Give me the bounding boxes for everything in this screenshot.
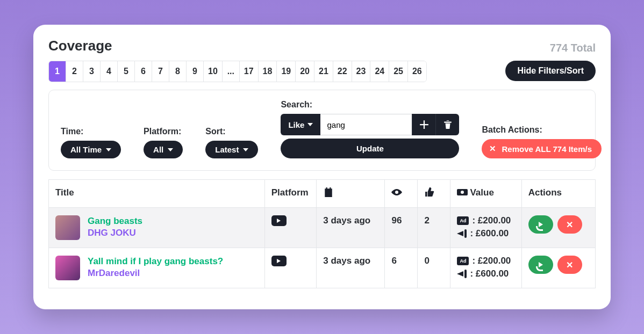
batch-actions-label: Batch Actions: [482,125,602,135]
ad-value: : £200.00 [472,256,511,266]
close-icon: ✕ [489,144,496,154]
column-header-title[interactable]: Title [49,180,265,208]
video-title-link[interactable]: Gang beasts [88,215,142,227]
remove-button[interactable]: ✕ [557,215,582,234]
page-6[interactable]: 6 [135,61,152,82]
column-header-date[interactable] [317,180,385,208]
plus-icon [419,120,430,129]
chevron-down-icon [106,148,111,151]
platform-filter-label: Platform: [144,127,183,136]
channel-link[interactable]: DHG JOKU [88,227,142,239]
column-header-likes[interactable] [418,180,450,208]
views-value: 6 [391,256,396,266]
column-header-actions: Actions [521,180,595,208]
page-9[interactable]: 9 [187,61,204,82]
close-icon: ✕ [566,260,573,270]
close-icon: ✕ [566,220,573,230]
sort-filter-label: Sort: [205,127,258,136]
promo-value: : £600.00 [470,268,509,279]
share-icon [539,262,543,267]
table-row: Gang beasts DHG JOKU 3 days ago 96 2 Ad:… [49,208,596,248]
ad-value: : £200.00 [472,215,511,226]
column-header-value[interactable]: Value [450,180,521,208]
thumbs-up-icon [424,187,435,197]
column-header-platform[interactable]: Platform [264,180,317,208]
pagination: 12345678910...17181920212223242526 [48,61,427,82]
total-count: 774 Total [550,42,596,54]
search-mode-value: Like [288,120,304,129]
page-...: ... [223,61,240,82]
search-input[interactable] [320,114,412,135]
page-17[interactable]: 17 [240,61,259,82]
views-value: 96 [391,215,402,226]
hide-filters-button[interactable]: Hide Filters/Sort [505,61,596,81]
page-7[interactable]: 7 [152,61,169,82]
filters-panel: Time: All Time Platform: All Sort: Lates… [48,90,596,171]
page-8[interactable]: 8 [169,61,187,82]
page-23[interactable]: 23 [352,61,371,82]
table-row: Yall mind if I play gang beasts? MrDared… [49,248,596,288]
remove-all-button[interactable]: ✕ Remove ALL 774 Item/s [482,139,602,158]
date-value: 3 days ago [323,256,370,266]
page-4[interactable]: 4 [101,61,118,82]
svg-point-1 [461,191,464,194]
page-2[interactable]: 2 [66,61,83,82]
time-filter-dropdown[interactable]: All Time [61,141,121,158]
search-mode-dropdown[interactable]: Like [281,114,320,135]
likes-value: 2 [424,215,429,226]
likes-value: 0 [424,256,429,266]
platform-filter-dropdown[interactable]: All [144,141,183,158]
eye-icon [391,187,402,197]
youtube-icon [271,256,287,266]
money-icon [457,187,468,197]
time-filter-label: Time: [61,127,121,136]
page-title: Coverage [48,38,112,54]
page-18[interactable]: 18 [259,61,277,82]
time-filter-value: All Time [70,145,102,154]
page-1[interactable]: 1 [49,61,66,82]
coverage-table: Title Platform Value Actions [48,179,596,288]
search-label: Search: [281,100,459,110]
sort-filter-dropdown[interactable]: Latest [205,141,258,158]
video-title-link[interactable]: Yall mind if I play gang beasts? [88,256,223,267]
date-value: 3 days ago [323,215,370,226]
ad-icon: Ad [457,257,469,265]
page-10[interactable]: 10 [204,61,223,82]
page-20[interactable]: 20 [296,61,314,82]
promo-value: : £600.00 [470,228,509,239]
page-3[interactable]: 3 [83,61,101,82]
search-add-button[interactable] [412,114,435,135]
page-19[interactable]: 19 [277,61,296,82]
megaphone-icon [457,229,467,238]
column-header-views[interactable] [385,180,418,208]
video-thumbnail[interactable] [55,215,80,240]
calendar-icon [323,187,334,197]
search-update-button[interactable]: Update [281,139,459,158]
page-25[interactable]: 25 [389,61,408,82]
video-thumbnail[interactable] [55,256,80,280]
page-22[interactable]: 22 [333,61,352,82]
megaphone-icon [457,270,467,278]
channel-link[interactable]: MrDaredevil [88,267,223,279]
share-button[interactable] [528,256,553,274]
platform-filter-value: All [153,145,163,154]
ad-icon: Ad [457,216,469,225]
page-24[interactable]: 24 [370,61,389,82]
trash-icon [442,120,453,129]
remove-button[interactable]: ✕ [557,256,582,274]
search-clear-button[interactable] [435,114,459,135]
remove-all-label: Remove ALL 774 Item/s [502,144,592,154]
page-21[interactable]: 21 [314,61,333,82]
chevron-down-icon [168,148,173,151]
share-icon [539,222,543,227]
sort-filter-value: Latest [215,145,239,154]
chevron-down-icon [307,123,313,126]
share-button[interactable] [528,215,553,234]
page-26[interactable]: 26 [408,61,426,82]
page-5[interactable]: 5 [118,61,135,82]
chevron-down-icon [243,148,248,151]
youtube-icon [271,215,287,226]
